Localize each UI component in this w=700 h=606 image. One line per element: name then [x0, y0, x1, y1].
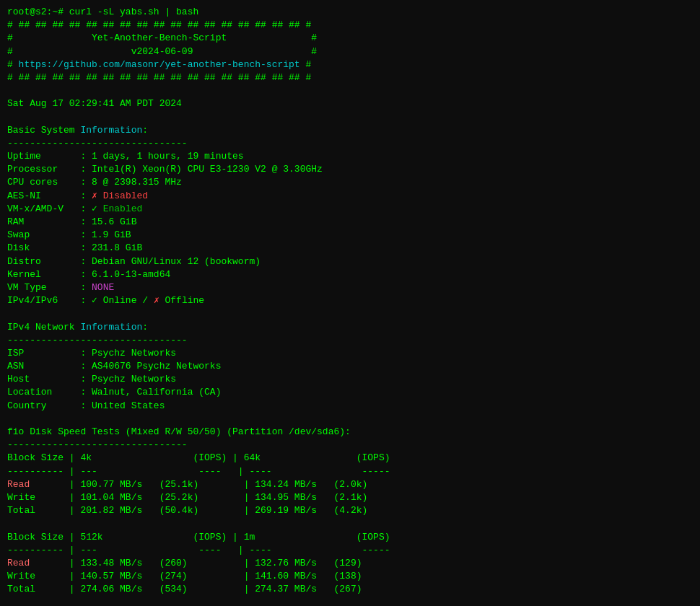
fio-table1-header: Block Size | 4k (IOPS) | 64k (IOPS) — [7, 452, 390, 463]
terminal-output: root@s2:~# curl -sL yabs.sh | bash # ## … — [7, 6, 693, 606]
fio-disk-sep: -------------------------------- — [7, 439, 188, 450]
fio-row-read-1: Read | 100.77 MB/s (25.1k) | 134.24 MB/s… — [7, 479, 367, 490]
field-ipv: IPv4/IPv6 : ✓ Online / ✗ Offline — [7, 295, 204, 306]
field-host: Host : Psychz Networks — [7, 374, 176, 385]
header-hash-line2: # ## ## ## ## ## ## ## ## ## ## ## ## ##… — [7, 72, 311, 83]
field-aes-ni: AES-NI : ✗ Disabled — [7, 190, 148, 201]
fio-row-total-1: Total | 201.82 MB/s (50.4k) | 269.19 MB/… — [7, 505, 367, 516]
field-location: Location : Walnut, California (CA) — [7, 387, 221, 398]
field-vm-amd-v: VM-x/AMD-V : ✓ Enabled — [7, 203, 142, 214]
field-isp: ISP : Psychz Networks — [7, 348, 176, 359]
field-ram: RAM : 15.6 GiB — [7, 216, 136, 227]
header-url-line: # https://github.com/masonr/yet-another-… — [7, 59, 311, 70]
fio-table1-sep: ---------- | --- ---- | ---- ----- — [7, 466, 390, 477]
fio-row-write-1: Write | 101.04 MB/s (25.2k) | 134.95 MB/… — [7, 492, 367, 503]
ipv4-network-sep: -------------------------------- — [7, 335, 188, 346]
header-hash-line1: # ## ## ## ## ## ## ## ## ## ## ## ## ##… — [7, 19, 311, 30]
fio-row-write-2: Write | 140.57 MB/s (274) | 141.60 MB/s … — [7, 571, 362, 581]
fio-disk-header: fio Disk Speed Tests (Mixed R/W 50/50) (… — [7, 426, 351, 437]
field-processor: Processor : Intel(R) Xeon(R) CPU E3-1230… — [7, 164, 323, 175]
field-kernel: Kernel : 6.1.0-13-amd64 — [7, 269, 170, 280]
datetime-line: Sat Aug 17 02:29:41 AM PDT 2024 — [7, 98, 182, 109]
header-version-line: # v2024-06-09 # — [7, 46, 317, 57]
field-asn: ASN : AS40676 Psychz Networks — [7, 361, 221, 372]
fio-row-total-2: Total | 274.06 MB/s (534) | 274.37 MB/s … — [7, 584, 362, 594]
fio-row-read-2: Read | 133.48 MB/s (260) | 132.76 MB/s (… — [7, 558, 362, 568]
field-vm-type: VM Type : NONE — [7, 282, 114, 293]
field-distro: Distro : Debian GNU/Linux 12 (bookworm) — [7, 256, 261, 267]
field-country: Country : United States — [7, 400, 165, 411]
basic-system-sep: -------------------------------- — [7, 138, 188, 149]
field-swap: Swap : 1.9 GiB — [7, 229, 131, 240]
ipv4-network-header: IPv4 Network Information: — [7, 322, 148, 333]
terminal-window: root@s2:~# curl -sL yabs.sh | bash # ## … — [7, 6, 693, 606]
field-cpu-cores: CPU cores : 8 @ 2398.315 MHz — [7, 177, 182, 188]
basic-system-header: Basic System Information: — [7, 125, 148, 136]
field-uptime: Uptime : 1 days, 1 hours, 19 minutes — [7, 151, 244, 162]
fio-table2-header: Block Size | 512k (IOPS) | 1m (IOPS) — [7, 532, 390, 543]
fio-table2-sep: ---------- | --- ---- | ---- ----- — [7, 545, 390, 556]
header-title-line: # Yet-Another-Bench-Script # — [7, 32, 317, 43]
field-disk: Disk : 231.8 GiB — [7, 242, 142, 253]
prompt-line: root@s2:~# curl -sL yabs.sh | bash — [7, 6, 198, 17]
